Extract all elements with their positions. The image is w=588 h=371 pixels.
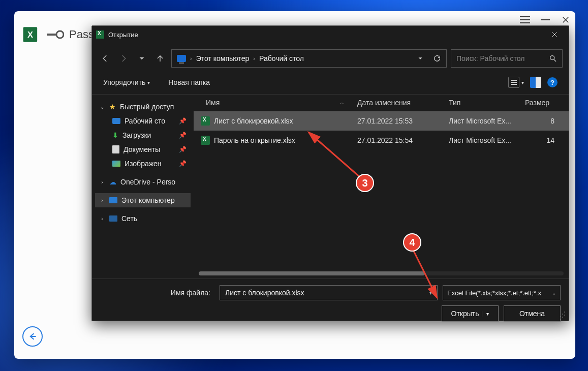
chevron-right-icon: ›	[99, 198, 105, 203]
filename-input[interactable]: Лист с блокировкой.xlsx ▾	[220, 285, 438, 300]
dialog-titlebar: Открытие	[92, 26, 569, 43]
document-icon	[112, 145, 119, 153]
tree-pictures[interactable]: Изображен📌	[95, 157, 191, 171]
file-list: Имя︿ Дата изменения Тип Размер Лист с бл…	[194, 95, 569, 279]
chevron-right-icon: ›	[253, 55, 255, 61]
chevron-down-icon: ⌄	[552, 290, 556, 296]
dialog-close-button[interactable]	[544, 27, 565, 42]
star-icon: ★	[109, 103, 116, 111]
tree-downloads[interactable]: ⬇ Загрузки📌	[95, 128, 191, 142]
minimize-icon[interactable]	[540, 14, 551, 25]
pictures-icon	[112, 161, 120, 167]
chevron-down-icon[interactable]: ▾	[429, 290, 432, 296]
path-box[interactable]: › Этот компьютер › Рабочий стол	[171, 49, 447, 68]
excel-file-icon	[201, 116, 210, 126]
nav-back-button[interactable]	[98, 51, 112, 66]
search-input[interactable]: Поиск: Рабочий стол	[451, 49, 563, 68]
nav-recent-button[interactable]	[135, 51, 149, 66]
tree-this-pc[interactable]: › Этот компьютер	[95, 193, 191, 207]
excel-icon: X	[21, 23, 44, 46]
svg-rect-3	[47, 34, 57, 36]
this-pc-icon	[177, 55, 186, 62]
chevron-down-icon: ▾	[147, 80, 150, 85]
annotation-step-4: 4	[403, 233, 421, 252]
breadcrumb[interactable]: Рабочий стол	[259, 54, 304, 63]
chevron-right-icon: ›	[190, 55, 192, 61]
tree-onedrive[interactable]: › ☁ OneDrive - Perso	[95, 175, 191, 189]
excel-file-icon	[201, 136, 210, 145]
nav-up-button[interactable]	[153, 51, 167, 66]
filename-label: Имя файла:	[100, 289, 214, 297]
svg-point-4	[550, 56, 554, 60]
preview-pane-button[interactable]	[527, 75, 544, 90]
chevron-down-icon[interactable]: ▾	[482, 311, 489, 317]
tree-network[interactable]: › Сеть	[95, 211, 191, 226]
svg-text:X: X	[27, 30, 33, 39]
close-icon[interactable]	[560, 14, 571, 25]
pin-icon: 📌	[179, 160, 187, 167]
file-list-header: Имя︿ Дата изменения Тип Размер	[194, 95, 569, 111]
menu-icon[interactable]	[519, 14, 531, 25]
sort-asc-icon: ︿	[339, 99, 345, 106]
desktop-icon	[112, 118, 120, 124]
network-icon	[109, 215, 117, 222]
tree-documents[interactable]: Документы📌	[95, 142, 191, 157]
monitor-icon	[109, 197, 117, 203]
cloud-icon: ☁	[109, 178, 116, 186]
annotation-step-3: 3	[356, 174, 374, 192]
tree-desktop[interactable]: Рабочий сто📌	[95, 114, 191, 128]
column-size[interactable]: Размер	[519, 95, 569, 111]
tree-quick-access[interactable]: ⌄ ★ Быстрый доступ	[95, 100, 191, 114]
svg-point-2	[56, 31, 64, 38]
chevron-right-icon: ›	[99, 179, 105, 185]
back-button[interactable]	[22, 326, 43, 347]
filetype-select[interactable]: Excel File(*.xls;*xlsx;*.et;*.ett;*.x ⌄	[443, 285, 561, 300]
column-type[interactable]: Тип	[443, 95, 519, 111]
organize-menu[interactable]: Упорядочить ▾	[100, 76, 153, 88]
column-date[interactable]: Дата изменения	[351, 95, 443, 111]
pin-icon: 📌	[179, 117, 187, 125]
resize-grip-icon[interactable]: ⋰⋰	[560, 313, 567, 319]
dialog-title: Открытие	[108, 31, 138, 39]
view-mode-button[interactable]: ▾	[505, 75, 527, 90]
help-button[interactable]: ?	[544, 75, 561, 89]
chevron-right-icon: ›	[99, 216, 105, 222]
file-row[interactable]: Лист с блокировкой.xlsx 27.01.2022 15:53…	[194, 111, 569, 131]
search-placeholder: Поиск: Рабочий стол	[456, 54, 524, 63]
search-icon	[549, 54, 557, 63]
new-folder-button[interactable]: Новая папка	[165, 76, 213, 88]
open-button[interactable]: Открыть ▾	[442, 305, 499, 322]
navigation-tree: ⌄ ★ Быстрый доступ Рабочий сто📌 ⬇ Загруз…	[92, 95, 194, 279]
key-icon	[47, 29, 64, 40]
nav-forward-button[interactable]	[116, 51, 131, 66]
pin-icon: 📌	[179, 146, 187, 153]
chevron-down-icon[interactable]	[417, 55, 424, 62]
breadcrumb[interactable]: Этот компьютер	[196, 54, 250, 63]
file-row[interactable]: Пароль на открытие.xlsx 27.01.2022 15:54…	[194, 131, 569, 150]
pin-icon: 📌	[179, 132, 187, 139]
file-open-dialog: Открытие › Этот компьютер › Рабочий стол…	[91, 25, 569, 321]
chevron-down-icon: ⌄	[99, 104, 105, 110]
dialog-app-icon	[96, 30, 104, 39]
cancel-button[interactable]: Отмена	[504, 305, 561, 322]
chevron-down-icon: ▾	[521, 80, 524, 85]
download-icon: ⬇	[112, 131, 118, 139]
horizontal-scrollbar[interactable]	[199, 271, 564, 275]
refresh-icon[interactable]	[433, 54, 441, 63]
column-name[interactable]: Имя︿	[194, 95, 351, 111]
